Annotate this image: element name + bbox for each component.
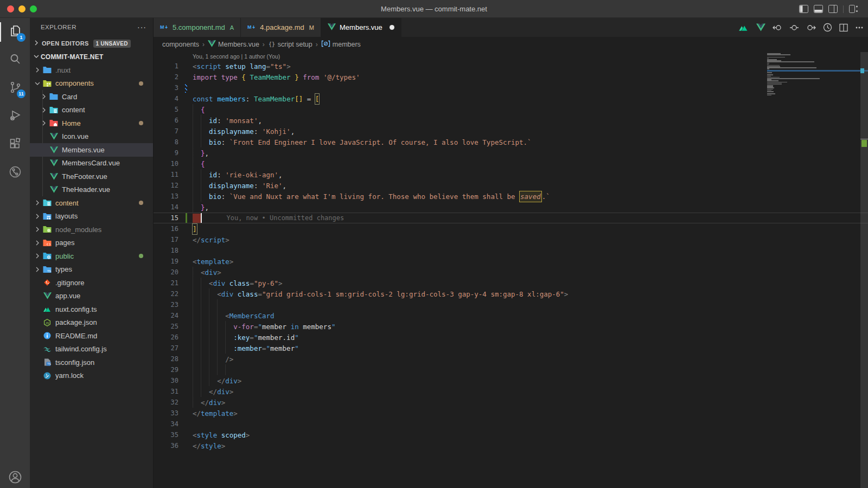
tree-item-thefooter-vue[interactable]: TheFooter.vue (30, 170, 153, 183)
tree-item-memberscard-vue[interactable]: MembersCard.vue (30, 157, 153, 170)
codelens-blame[interactable]: You, 1 second ago | 1 author (You) (154, 52, 868, 61)
line-number[interactable]: 18 (154, 246, 178, 256)
line-number[interactable]: 24 (154, 311, 178, 321)
activity-extensions[interactable] (0, 131, 30, 159)
activity-gitlens[interactable] (0, 159, 30, 187)
unsaved-dot-icon[interactable] (390, 25, 394, 30)
line-number[interactable]: 11 (154, 170, 178, 180)
tab-members-vue[interactable]: Members.vue (321, 18, 401, 37)
line-number[interactable]: 34 (154, 419, 178, 429)
code-editor[interactable]: You, 1 second ago | 1 author (You) 1<scr… (154, 52, 868, 488)
activity-account[interactable] (0, 464, 30, 488)
tab-4-package-md[interactable]: M4.package.mdM (241, 18, 321, 37)
line-number[interactable]: 15 (154, 213, 178, 223)
open-changes-icon[interactable] (789, 23, 799, 32)
line-number[interactable]: 14 (154, 202, 178, 213)
tree-item-package-json[interactable]: JSpackage.json (30, 316, 153, 330)
tree-item-members-vue[interactable]: Members.vue (30, 143, 153, 157)
next-change-icon[interactable] (806, 23, 816, 32)
activity-search[interactable] (0, 46, 30, 74)
line-number[interactable]: 16 (154, 224, 178, 234)
line-number[interactable]: 9 (154, 148, 178, 158)
previous-change-icon[interactable] (773, 23, 782, 32)
activity-source-control[interactable]: 11 (0, 74, 30, 102)
tab-5-component-md[interactable]: M5.component.mdA (154, 18, 241, 37)
line-number[interactable]: 13 (154, 191, 178, 202)
line-number[interactable]: 5 (154, 105, 178, 115)
tree-item-card[interactable]: Card (30, 90, 153, 104)
scrollbar[interactable] (860, 52, 868, 488)
line-number[interactable]: 1 (154, 61, 178, 72)
tree-item-app-vue[interactable]: app.vue (30, 290, 153, 303)
tree-item-label: pages (55, 239, 74, 247)
minimize-window-button[interactable] (18, 5, 25, 12)
tree-item-content[interactable]: content (30, 196, 153, 210)
modified-dot (139, 254, 143, 258)
breadcrumb-members[interactable]: members (321, 40, 361, 49)
line-number[interactable]: 36 (154, 441, 178, 451)
nuxt-icon[interactable] (738, 24, 749, 31)
tree-item-types[interactable]: TStypes (30, 263, 153, 277)
line-number[interactable]: 8 (154, 137, 178, 147)
tree-item-layouts[interactable]: layouts (30, 210, 153, 223)
tree-item-content[interactable]: content (30, 104, 153, 117)
tree-item--gitignore[interactable]: .gitignore (30, 276, 153, 290)
open-editors-header[interactable]: OPEN EDITORS 1 UNSAVED (30, 36, 153, 50)
activity-run-debug[interactable] (0, 102, 30, 131)
line-number[interactable]: 30 (154, 376, 178, 386)
line-number[interactable]: 4 (154, 94, 178, 104)
line-number[interactable]: 7 (154, 126, 178, 137)
tree-item--nuxt[interactable]: .nuxt (30, 63, 153, 77)
split-editor-icon[interactable] (839, 23, 848, 32)
tree-item-home[interactable]: Home (30, 117, 153, 130)
line-number[interactable]: 3 (154, 83, 178, 93)
line-number[interactable]: 6 (154, 115, 178, 126)
explorer-more-actions-icon[interactable]: ··· (137, 23, 146, 31)
tree-item-public[interactable]: public (30, 249, 153, 263)
toggle-secondary-sidebar-icon[interactable] (828, 5, 838, 13)
line-number[interactable]: 33 (154, 408, 178, 419)
line-number[interactable]: 26 (154, 332, 178, 343)
timeline-icon[interactable] (823, 23, 832, 32)
line-number[interactable]: 28 (154, 354, 178, 364)
breadcrumb-components[interactable]: components (162, 41, 199, 48)
line-number[interactable]: 17 (154, 235, 178, 245)
breadcrumb-script-setup[interactable]: {}script setup (268, 40, 312, 49)
tree-item-yarn-lock[interactable]: yarn.lock (30, 369, 153, 383)
close-window-button[interactable] (7, 5, 14, 12)
line-number[interactable]: 32 (154, 397, 178, 408)
toggle-primary-sidebar-icon[interactable] (799, 5, 808, 13)
tree-item-components[interactable]: components (30, 77, 153, 91)
line-number[interactable]: 20 (154, 267, 178, 278)
more-actions-icon[interactable] (855, 23, 864, 32)
tree-item-readme-md[interactable]: README.md (30, 329, 153, 343)
line-number[interactable]: 12 (154, 181, 178, 191)
toggle-panel-icon[interactable] (814, 5, 823, 13)
line-number[interactable]: 35 (154, 430, 178, 440)
line-number[interactable]: 22 (154, 289, 178, 299)
line-number[interactable]: 31 (154, 387, 178, 397)
line-number[interactable]: 23 (154, 300, 178, 310)
zoom-window-button[interactable] (30, 5, 37, 12)
line-number[interactable]: 10 (154, 159, 178, 169)
tree-item-nuxt-config-ts[interactable]: nuxt.config.ts (30, 303, 153, 316)
line-number[interactable]: 27 (154, 343, 178, 354)
line-number[interactable]: 2 (154, 72, 178, 82)
line-number[interactable]: 21 (154, 278, 178, 288)
tree-item-tailwind-config-js[interactable]: tailwind.config.js (30, 343, 153, 356)
breadcrumb-members-vue[interactable]: Members.vue (208, 40, 259, 49)
tree-item-tsconfig-json[interactable]: TStsconfig.json (30, 356, 153, 369)
activity-explorer[interactable]: 1 (0, 18, 30, 46)
line-number[interactable]: 29 (154, 365, 178, 375)
line-number[interactable]: 25 (154, 322, 178, 332)
minimap[interactable] (767, 53, 860, 96)
tree-item-theheader-vue[interactable]: TheHeader.vue (30, 183, 153, 197)
text-cursor (201, 213, 202, 223)
vue-icon[interactable] (756, 23, 765, 31)
tree-item-icon-vue[interactable]: Icon.vue (30, 130, 153, 144)
tree-item-node-modules[interactable]: node_modules (30, 223, 153, 236)
workspace-root[interactable]: COMMIT-MATE.NET (30, 50, 153, 63)
tree-item-pages[interactable]: pages (30, 236, 153, 250)
customize-layout-icon[interactable] (849, 5, 858, 13)
line-number[interactable]: 19 (154, 256, 178, 267)
